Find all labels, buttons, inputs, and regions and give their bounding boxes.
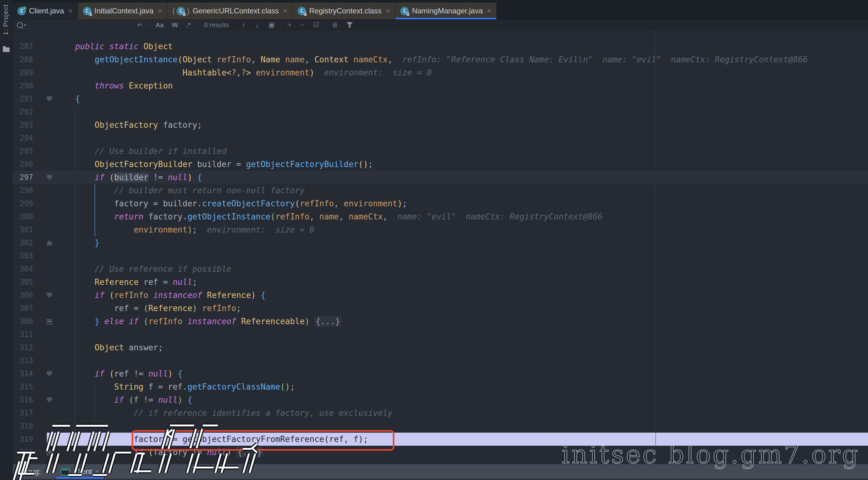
code-line-311: 311 xyxy=(12,328,868,341)
tab-label: NamingManager.java xyxy=(412,6,483,15)
code-text: throws Exception xyxy=(56,79,173,92)
line-number: 305 xyxy=(12,276,33,288)
class-lock-icon: C xyxy=(298,7,306,15)
gutter xyxy=(33,236,56,249)
filter-funnel-icon[interactable] xyxy=(347,22,353,28)
code-line-289: 289 Hashtable<?,?> environment) environm… xyxy=(12,66,868,79)
code-text: if (ref != null) { xyxy=(56,367,183,380)
line-number: 315 xyxy=(12,380,33,393)
code-line-301: 301 environment); environment: size = 0 xyxy=(12,223,868,236)
line-number: 318 xyxy=(12,419,33,433)
close-icon[interactable]: × xyxy=(158,7,162,15)
gutter xyxy=(33,66,56,79)
gutter xyxy=(33,315,56,328)
line-number: 300 xyxy=(12,210,33,223)
main-area: C Client.java × C InitialContext.java × … xyxy=(12,0,868,480)
fold-expand-icon[interactable] xyxy=(47,319,52,324)
gutter xyxy=(33,53,56,66)
gutter xyxy=(33,249,56,263)
gutter xyxy=(33,380,56,393)
divider xyxy=(326,21,326,29)
folder-icon[interactable] xyxy=(3,47,10,52)
paren-decoration: ( xyxy=(172,6,175,15)
gutter xyxy=(33,393,56,406)
fold-collapse-icon[interactable] xyxy=(47,398,52,402)
class-lock-icon: C xyxy=(83,7,91,15)
search-history-caret-icon[interactable]: ▾ xyxy=(24,23,26,27)
fold-collapse-icon[interactable] xyxy=(47,371,52,376)
code-editor[interactable]: 287 public static Object288 getObjectIns… xyxy=(12,31,868,464)
code-line-300: 300 return factory.getObjectInstance(ref… xyxy=(12,210,868,223)
line-number: 314 xyxy=(12,367,33,380)
tab-namingmanager-java[interactable]: C NamingManager.java × xyxy=(395,2,496,19)
fold-collapse-icon[interactable] xyxy=(47,175,52,180)
line-number: 293 xyxy=(12,118,33,132)
line-number: 295 xyxy=(12,145,33,158)
inline-debug-hint: refInfo: "Reference Class Name: Evil\n" … xyxy=(393,55,808,64)
code-line-306: 306 if (refInfo instanceof Reference) { xyxy=(12,288,868,302)
code-text: if (builder != null) { xyxy=(56,171,202,184)
line-number: 292 xyxy=(12,105,33,118)
code-line-308: 308 } else if (refInfo instanceof Refere… xyxy=(12,315,868,328)
code-text: getObjectInstance(Object refInfo, Name n… xyxy=(56,53,808,66)
watermark-text: initsec blog.gm7.org xyxy=(562,440,860,469)
code-line-291: 291 { xyxy=(12,92,868,105)
code-line-290: 290 throws Exception xyxy=(12,79,868,92)
close-icon[interactable]: × xyxy=(283,7,287,15)
gutter xyxy=(33,105,56,118)
code-line-303: 303 xyxy=(12,249,868,263)
code-line-317: 317 // if reference identifies a factory… xyxy=(12,406,868,419)
close-icon[interactable]: × xyxy=(386,7,390,15)
remove-selection-icon[interactable]: − xyxy=(301,21,305,29)
toggle-multicaret-icon[interactable]: ☑ xyxy=(313,21,319,29)
fold-collapse-icon[interactable] xyxy=(47,293,52,298)
fold-collapse-icon[interactable] xyxy=(47,240,52,245)
class-run-icon: C xyxy=(18,7,26,15)
fold-expand-icon[interactable] xyxy=(47,450,52,455)
code-line-299: 299 factory = builder.createObjectFactor… xyxy=(12,197,868,210)
code-text: if (refInfo instanceof Reference) { xyxy=(56,288,266,302)
code-line-314: 314 if (ref != null) { xyxy=(12,367,868,380)
code-line-304: 304 // Use reference if possible xyxy=(12,263,868,276)
debug-tab-label: Client xyxy=(73,467,92,476)
code-text: } else if (refInfo instanceof Referencea… xyxy=(56,315,341,328)
line-number: 311 xyxy=(12,328,33,341)
search-input[interactable] xyxy=(29,21,133,29)
tab-genericurlcontext-class[interactable]: ( C ) GenericURLContext.class × xyxy=(167,2,293,19)
filter-lines-icon[interactable]: ≣ xyxy=(332,21,338,29)
close-icon[interactable]: × xyxy=(68,7,72,15)
next-occurrence-icon[interactable]: ↓ xyxy=(255,21,259,29)
match-case-toggle[interactable]: Aa xyxy=(155,21,164,29)
gutter xyxy=(33,276,56,288)
newline-arrow-icon[interactable]: ↵ xyxy=(137,21,143,29)
tab-initialcontext-java[interactable]: C InitialContext.java × xyxy=(78,2,167,19)
prev-occurrence-icon[interactable]: ↑ xyxy=(242,21,246,29)
inline-debug-hint: name: "evil" nameCtx: RegistryContext@86… xyxy=(388,212,602,221)
search-icon[interactable] xyxy=(17,22,23,28)
add-selection-icon[interactable]: + xyxy=(288,21,292,29)
gutter xyxy=(33,433,56,446)
line-number: 306 xyxy=(12,288,33,302)
line-number: 316 xyxy=(12,393,33,406)
paren-decoration: ) xyxy=(187,6,189,15)
fold-collapse-icon[interactable] xyxy=(47,96,52,101)
close-icon[interactable]: × xyxy=(95,468,99,476)
code-line-298: 298 // builder must return non-null fact… xyxy=(12,184,868,197)
gutter xyxy=(33,328,56,341)
gutter xyxy=(33,79,56,92)
line-number: 296 xyxy=(12,158,33,171)
words-toggle[interactable]: W xyxy=(172,21,178,29)
line-number: 289 xyxy=(12,66,33,79)
project-tool-button[interactable]: 1: Project xyxy=(2,4,9,35)
close-icon[interactable]: × xyxy=(487,7,491,15)
find-toolbar: ▾ ↵ Aa W .* 0 results ↑ ↓ ▣ + − ☑ ≣ xyxy=(12,20,868,31)
debug-session-tab-client[interactable]: Client × xyxy=(57,464,103,479)
code-line-307: 307 ref = (Reference) refInfo; xyxy=(12,302,868,315)
tab-registrycontext-class[interactable]: C RegistryContext.class × xyxy=(293,2,396,19)
regex-toggle[interactable]: .* xyxy=(186,21,191,29)
tab-client-java[interactable]: C Client.java × xyxy=(12,2,78,19)
code-line-297: 297 if (builder != null) { xyxy=(12,171,868,184)
console-run-icon xyxy=(61,468,69,475)
select-all-occurrences-icon[interactable]: ▣ xyxy=(268,21,275,29)
code-line-288: 288 getObjectInstance(Object refInfo, Na… xyxy=(12,53,868,66)
